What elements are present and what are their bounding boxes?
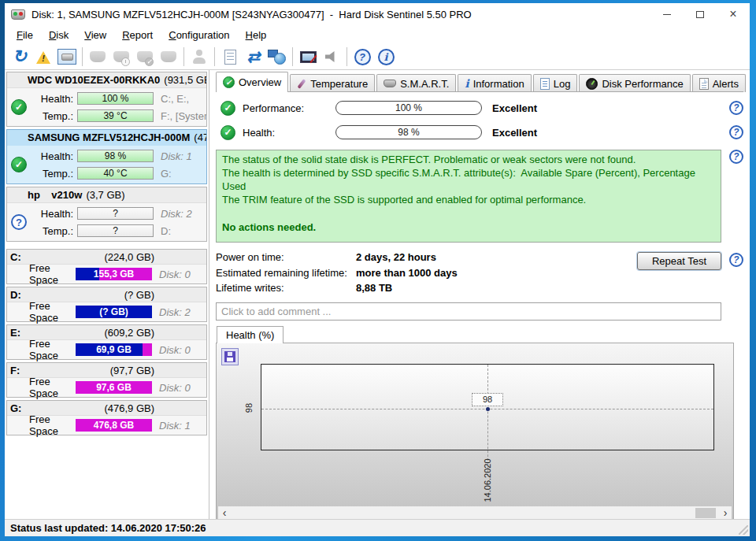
health-label: Health: <box>243 127 321 139</box>
partition-disk-ref: Disk: 0 <box>159 382 191 394</box>
refresh-icon[interactable] <box>9 46 31 68</box>
status-help-icon[interactable] <box>729 150 743 164</box>
info-row: Lifetime writes: 8,88 TB <box>216 280 721 296</box>
gauge-icon <box>586 78 598 90</box>
performance-help-icon[interactable] <box>729 101 743 115</box>
menu-view[interactable]: View <box>76 27 114 43</box>
partition-letters: G: <box>161 168 172 180</box>
free-space-label: Free Space <box>29 338 76 361</box>
menu-help[interactable]: Help <box>238 27 275 43</box>
toolbar-separator <box>214 47 215 66</box>
disk-icon <box>384 80 396 87</box>
tab-smart[interactable]: S.M.A.R.T. <box>376 74 456 92</box>
disk-size: (931,5 GB) <box>164 74 206 86</box>
status-line: The health is determined by SSD specific… <box>222 166 715 193</box>
content-area: WDC WD10EZEX-00RKKA0 (931,5 GB) Disk: He… <box>5 70 750 519</box>
sync-icon[interactable] <box>243 46 265 68</box>
tab-overview[interactable]: Overview <box>216 72 288 92</box>
partition-entry-f[interactable]: F: (97,7 GB) Free Space 97,6 GB Disk: 0 <box>6 362 207 398</box>
scroll-track[interactable] <box>231 506 719 520</box>
minimize-button[interactable] <box>650 3 684 25</box>
free-space-value: 476,8 GB <box>76 419 152 432</box>
temp-bar: 39 °C <box>77 109 154 122</box>
disk-entry-0[interactable]: WDC WD10EZEX-00RKKA0 (931,5 GB) Disk: He… <box>6 72 207 127</box>
tab-label: Temperature <box>310 78 368 90</box>
menu-report[interactable]: Report <box>114 27 161 43</box>
free-space-bar: 69,9 GB <box>76 343 152 356</box>
tab-alerts[interactable]: Alerts <box>692 74 746 92</box>
tab-label: Alerts <box>713 78 739 90</box>
disk-size: (476,9 GB) <box>194 132 206 143</box>
network-icon[interactable] <box>266 46 288 68</box>
page-icon <box>699 78 709 90</box>
tab-label: S.M.A.R.T. <box>400 78 449 90</box>
menu-file[interactable]: File <box>9 27 41 43</box>
detect-disk-2-icon <box>158 46 180 68</box>
warning-icon[interactable] <box>32 46 54 68</box>
menu-configuration[interactable]: Configuration <box>161 27 237 43</box>
chart-tab-health[interactable]: Health (%) <box>217 326 284 343</box>
health-help-icon[interactable] <box>729 125 743 139</box>
temp-label: Temp.: <box>31 168 73 180</box>
partition-entry-c[interactable]: C: (224,0 GB) Free Space 155,3 GB Disk: … <box>6 249 207 284</box>
partition-letters: F:, [System R <box>161 110 206 122</box>
close-button[interactable]: × <box>717 3 750 25</box>
partition-entry-d[interactable]: D: (? GB) Free Space (? GB) Disk: 2 <box>6 287 207 322</box>
tab-temperature[interactable]: Temperature <box>290 74 375 92</box>
menu-disk[interactable]: Disk <box>41 27 76 43</box>
chart-scrollbar[interactable]: ‹ › <box>218 506 732 520</box>
health-label: Health: <box>31 150 73 162</box>
scroll-thumb[interactable] <box>695 508 716 518</box>
tab-disk-performance[interactable]: Disk Performance <box>579 74 690 92</box>
disk-unknown-icon <box>11 214 27 230</box>
tab-information[interactable]: Information <box>458 74 531 92</box>
disk-entry-1-selected[interactable]: SAMSUNG MZFLV512HCJH-000M (476,9 GB) Hea… <box>6 129 207 184</box>
toolbar-separator <box>183 47 184 66</box>
chart-plot-area: 98 98 14.06.2020 <box>261 364 714 450</box>
performance-row: Performance: 100 % Excellent <box>216 99 721 117</box>
help-icon[interactable] <box>351 46 373 68</box>
information-icon[interactable] <box>375 46 397 68</box>
disk-size: (3,7 GB) <box>86 189 124 201</box>
health-rating: Excellent <box>492 127 537 139</box>
disk-report-icon[interactable] <box>56 46 78 68</box>
partition-entry-g[interactable]: G: (476,9 GB) Free Space 476,8 GB Disk: … <box>6 400 207 435</box>
partition-letters: D: <box>161 225 171 237</box>
y-axis-tick: 98 <box>244 400 254 416</box>
tab-label: Disk Performance <box>602 78 683 90</box>
health-bar: 98 % <box>77 150 154 162</box>
tab-log[interactable]: Log <box>533 74 578 92</box>
partition-entry-e[interactable]: E: (609,2 GB) Free Space 69,9 GB Disk: 0 <box>6 324 207 360</box>
no-actions-text: No actions needed. <box>222 220 715 234</box>
info-label: Lifetime writes: <box>216 280 356 296</box>
partition-letter: E: <box>10 327 20 339</box>
status-bar: Status last updated: 14.06.2020 17:50:26 <box>5 519 750 536</box>
resize-grip[interactable] <box>739 525 748 535</box>
detect-disk-icon <box>87 46 109 68</box>
thermometer-icon <box>297 78 306 90</box>
info-label: Power on time: <box>216 250 356 265</box>
partition-size: (224,0 GB) <box>104 251 154 263</box>
free-space-bar: 97,6 GB <box>76 381 152 394</box>
status-bar-text: Status last updated: 14.06.2020 17:50:26 <box>10 522 206 534</box>
report-document-icon[interactable] <box>219 46 241 68</box>
scroll-left-arrow[interactable]: ‹ <box>218 506 231 520</box>
free-space-bar: 476,8 GB <box>76 419 152 432</box>
free-space-value: 155,3 GB <box>76 268 152 280</box>
save-chart-button[interactable] <box>221 348 239 365</box>
remote-monitor-icon[interactable] <box>297 46 319 68</box>
partition-disk-ref: Disk: 0 <box>159 269 191 280</box>
sound-icon[interactable] <box>321 46 343 68</box>
free-space-value: 97,6 GB <box>76 381 152 394</box>
maximize-button[interactable] <box>684 3 717 25</box>
health-label: Health: <box>31 93 73 105</box>
repeat-test-button[interactable]: Repeat Test <box>637 252 721 270</box>
disk-check-icon <box>134 46 156 68</box>
temp-label: Temp.: <box>31 225 73 237</box>
tab-label: Log <box>554 78 571 90</box>
comment-input[interactable] <box>216 302 721 321</box>
repeat-test-help-icon[interactable] <box>729 253 743 267</box>
partition-size: (97,7 GB) <box>110 365 154 376</box>
scroll-right-arrow[interactable]: › <box>719 506 732 520</box>
disk-entry-2[interactable]: hp v210w (3,7 GB) Health: ? Disk: 2 Temp… <box>6 187 207 242</box>
